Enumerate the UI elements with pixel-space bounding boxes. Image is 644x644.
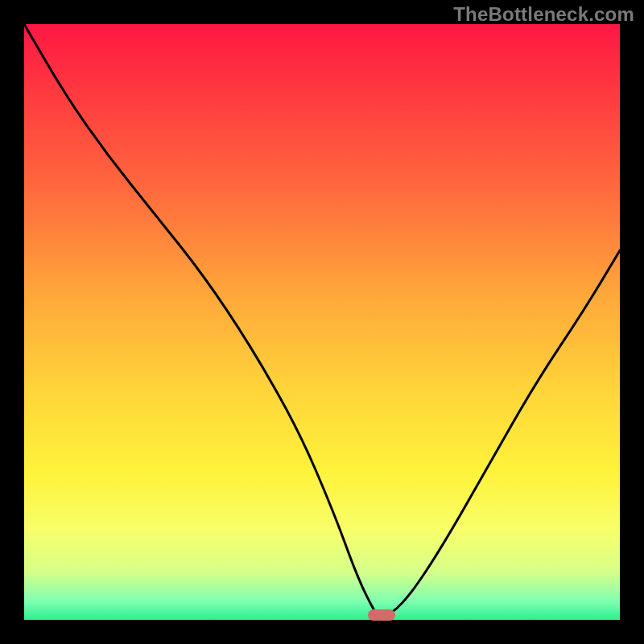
chart-plot (24, 24, 620, 620)
minimum-marker (368, 609, 395, 621)
gradient-background (24, 24, 620, 620)
watermark-label: TheBottleneck.com (453, 3, 634, 26)
chart-frame: TheBottleneck.com (0, 0, 644, 644)
